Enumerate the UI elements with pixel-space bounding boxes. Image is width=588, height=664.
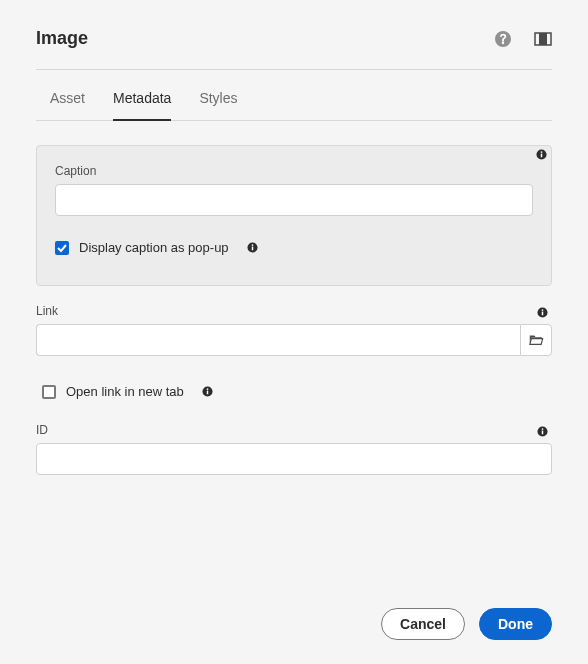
tab-styles[interactable]: Styles — [199, 90, 237, 121]
display-popup-checkbox[interactable] — [55, 241, 69, 255]
folder-open-icon — [528, 332, 544, 348]
tabs: Asset Metadata Styles — [36, 70, 552, 121]
cancel-button[interactable]: Cancel — [381, 608, 465, 640]
link-label: Link — [36, 304, 552, 318]
dialog-title: Image — [36, 28, 88, 49]
id-label: ID — [36, 423, 552, 437]
info-icon[interactable] — [537, 423, 548, 441]
svg-rect-17 — [542, 428, 543, 429]
svg-rect-8 — [251, 244, 252, 245]
fullscreen-icon[interactable] — [534, 30, 552, 48]
link-input[interactable] — [36, 324, 520, 356]
info-icon[interactable] — [247, 242, 258, 253]
svg-rect-2 — [539, 33, 547, 45]
open-new-tab-checkbox[interactable] — [42, 385, 56, 399]
svg-rect-5 — [541, 151, 542, 152]
svg-rect-4 — [541, 154, 542, 158]
svg-rect-14 — [207, 388, 208, 389]
display-popup-label: Display caption as pop-up — [79, 240, 229, 255]
info-icon[interactable] — [202, 386, 213, 397]
svg-rect-10 — [542, 312, 543, 316]
svg-rect-13 — [207, 391, 208, 395]
caption-label: Caption — [55, 164, 533, 178]
help-icon[interactable] — [494, 30, 512, 48]
svg-rect-7 — [251, 247, 252, 251]
id-input[interactable] — [36, 443, 552, 475]
info-icon[interactable] — [536, 146, 547, 164]
browse-button[interactable] — [520, 324, 552, 356]
tab-metadata[interactable]: Metadata — [113, 90, 171, 121]
svg-rect-11 — [542, 309, 543, 310]
caption-fieldset: Caption Display caption as pop-up — [36, 145, 552, 286]
open-new-tab-label: Open link in new tab — [66, 384, 184, 399]
caption-input[interactable] — [55, 184, 533, 216]
svg-rect-16 — [542, 431, 543, 435]
done-button[interactable]: Done — [479, 608, 552, 640]
info-icon[interactable] — [537, 304, 548, 322]
tab-asset[interactable]: Asset — [50, 90, 85, 121]
